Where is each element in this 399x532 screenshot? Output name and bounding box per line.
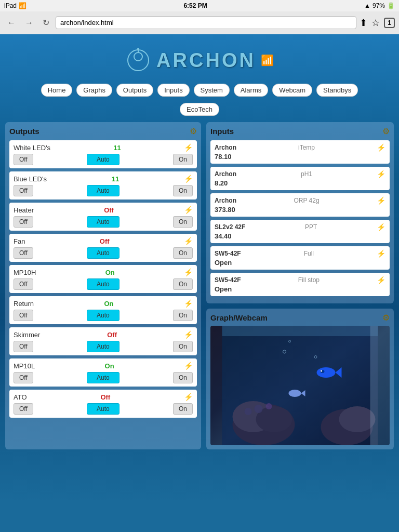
ph1-name: pH1 <box>301 170 312 178</box>
mp10l-label: MP10L <box>14 362 35 370</box>
mp10h-on-btn[interactable]: On <box>173 278 193 290</box>
itemp-icon: ⚡ <box>377 143 385 152</box>
inputs-panel: Inputs ⚙ Archon iTemp ⚡ 78.10 Archon <box>206 122 394 303</box>
main-content: ARCHON 📶 Home Graphs Outputs Inputs Syst… <box>0 34 399 502</box>
fillstop-name: Fill stop <box>298 276 320 284</box>
return-off-btn[interactable]: Off <box>14 310 33 321</box>
mp10h-label: MP10H <box>14 269 36 276</box>
logo-icon <box>125 47 151 73</box>
white-leds-label: White LED's <box>14 144 50 152</box>
browser-bar: ← → ↻ ⬆ ☆ 1 <box>0 11 399 34</box>
nav-alarms[interactable]: Alarms <box>234 84 268 97</box>
orp-value: 373.80 <box>215 205 385 214</box>
status-bar: iPad 📶 6:52 PM ▲ 97% 🔋 <box>0 0 399 11</box>
svg-point-17 <box>321 370 322 372</box>
heater-auto-btn[interactable]: Auto <box>87 216 119 228</box>
white-leds-off-btn[interactable]: Off <box>14 154 33 165</box>
output-blue-leds: Blue LED's 11 ⚡ Off Auto On <box>9 171 197 200</box>
output-mp10h: MP10H On ⚡ Off Auto On <box>9 265 197 293</box>
back-button[interactable]: ← <box>4 17 19 29</box>
bookmark-icon[interactable]: ☆ <box>371 17 380 29</box>
fan-off-btn[interactable]: Off <box>14 247 33 259</box>
blue-leds-label: Blue LED's <box>14 175 47 183</box>
graph-header: Graph/Webcam ⚙ <box>210 313 390 323</box>
mp10l-on-btn[interactable]: On <box>173 372 193 383</box>
white-leds-status: 11 <box>113 144 121 152</box>
white-leds-on-btn[interactable]: On <box>173 154 193 165</box>
refresh-button[interactable]: ↻ <box>39 17 52 29</box>
ato-label: ATO <box>14 393 27 401</box>
battery-icon: 🔋 <box>387 2 395 9</box>
nav-area: Home Graphs Outputs Inputs System Alarms… <box>5 83 394 98</box>
battery-label: 97% <box>373 2 385 9</box>
ppt-source: SL2v2 42F <box>215 223 245 231</box>
outputs-title: Outputs <box>9 127 39 136</box>
mp10l-off-btn[interactable]: Off <box>14 372 33 383</box>
inputs-gear-icon[interactable]: ⚙ <box>382 126 390 136</box>
inputs-header: Inputs ⚙ <box>210 126 390 136</box>
logo-text: ARCHON <box>156 49 256 72</box>
graph-webcam-panel: Graph/Webcam ⚙ <box>206 309 394 449</box>
blue-leds-auto-btn[interactable]: Auto <box>87 185 119 196</box>
orp-source: Archon <box>215 197 236 204</box>
fan-auto-btn[interactable]: Auto <box>87 247 119 259</box>
skimmer-off-btn[interactable]: Off <box>14 341 33 352</box>
return-on-btn[interactable]: On <box>173 310 193 321</box>
skimmer-auto-btn[interactable]: Auto <box>87 341 119 352</box>
nav-graphs[interactable]: Graphs <box>76 84 112 97</box>
svg-rect-23 <box>222 326 378 336</box>
full-name: Full <box>304 250 314 257</box>
ato-on-btn[interactable]: On <box>173 403 193 415</box>
blue-leds-status: 11 <box>112 175 119 183</box>
mp10l-status: On <box>105 362 114 370</box>
ppt-value: 34.40 <box>215 231 385 240</box>
nav-inputs[interactable]: Inputs <box>157 84 189 97</box>
graph-gear-icon[interactable]: ⚙ <box>382 313 390 323</box>
itemp-value: 78.10 <box>215 152 385 161</box>
mp10l-auto-btn[interactable]: Auto <box>87 372 119 383</box>
outputs-gear-icon[interactable]: ⚙ <box>190 126 197 136</box>
ato-auto-btn[interactable]: Auto <box>87 403 119 415</box>
output-ato: ATO Off ⚡ Off Auto On <box>9 390 197 418</box>
heater-on-btn[interactable]: On <box>173 216 193 228</box>
blue-leds-off-btn[interactable]: Off <box>14 185 33 196</box>
share-icon[interactable]: ⬆ <box>360 17 367 29</box>
svg-point-14 <box>317 367 336 378</box>
right-column: Inputs ⚙ Archon iTemp ⚡ 78.10 Archon <box>206 122 394 449</box>
nav-home[interactable]: Home <box>41 84 73 97</box>
blue-leds-on-btn[interactable]: On <box>173 185 193 196</box>
svg-point-11 <box>255 405 263 413</box>
svg-rect-24 <box>370 326 378 445</box>
fan-label: Fan <box>14 237 25 245</box>
url-input[interactable] <box>56 16 356 29</box>
ph1-icon: ⚡ <box>377 170 385 178</box>
svg-point-12 <box>266 403 272 409</box>
ph1-source: Archon <box>215 170 236 178</box>
fan-status: Off <box>100 237 110 245</box>
fan-on-btn[interactable]: On <box>173 247 193 259</box>
nav-outputs[interactable]: Outputs <box>116 84 154 97</box>
output-return: Return On ⚡ Off Auto On <box>9 296 197 324</box>
ato-off-btn[interactable]: Off <box>14 403 33 415</box>
mp10h-off-btn[interactable]: Off <box>14 278 33 290</box>
nav-webcam[interactable]: Webcam <box>272 84 312 97</box>
status-time: 6:52 PM <box>183 2 207 9</box>
heater-off-btn[interactable]: Off <box>14 216 33 228</box>
mp10h-status: On <box>105 269 115 276</box>
forward-button[interactable]: → <box>22 17 36 29</box>
nav-standbys[interactable]: Standbys <box>316 84 358 97</box>
white-leds-auto-btn[interactable]: Auto <box>87 154 119 165</box>
tab-count[interactable]: 1 <box>384 18 395 28</box>
blue-leds-icon: ⚡ <box>184 175 193 183</box>
input-orp: Archon ORP 42g ⚡ 373.80 <box>210 193 390 217</box>
status-right: ▲ 97% 🔋 <box>364 2 395 9</box>
heater-status: Off <box>104 206 114 214</box>
return-auto-btn[interactable]: Auto <box>87 310 119 321</box>
fillstop-source: SW5-42F <box>215 276 241 284</box>
skimmer-on-btn[interactable]: On <box>173 341 193 352</box>
mp10h-auto-btn[interactable]: Auto <box>87 278 119 290</box>
nav-ecotech[interactable]: EcoTech <box>180 103 219 116</box>
nav-system[interactable]: System <box>194 84 230 97</box>
browser-actions: ⬆ ☆ 1 <box>360 17 395 29</box>
logo-area: ARCHON 📶 <box>5 39 394 78</box>
